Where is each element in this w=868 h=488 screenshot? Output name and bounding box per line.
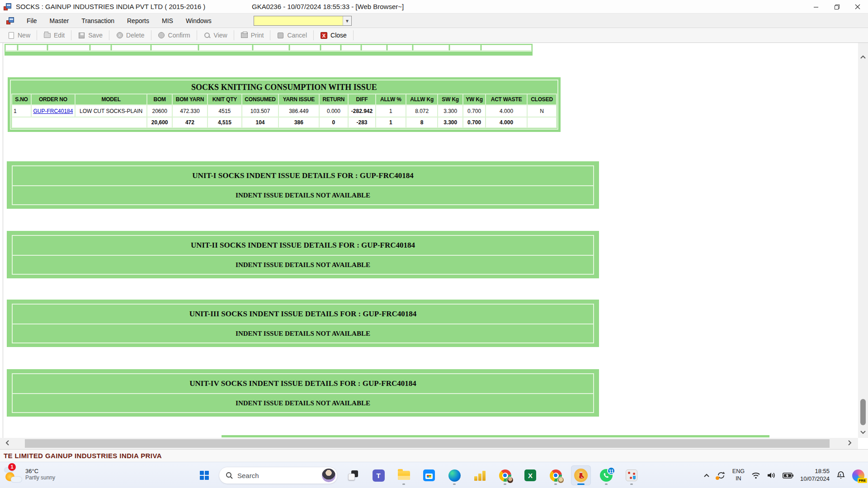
profile-avatar	[507, 477, 514, 483]
start-button[interactable]	[195, 465, 213, 485]
toolbar-separator	[353, 30, 354, 40]
volume-icon[interactable]	[767, 472, 776, 479]
language-indicator[interactable]: ENG IN	[732, 468, 745, 482]
close-form-button[interactable]: XClose	[316, 30, 351, 41]
wifi-icon[interactable]	[751, 472, 760, 479]
menu-reports[interactable]: Reports	[121, 14, 156, 28]
confirm-button[interactable]: Confirm	[153, 30, 195, 41]
menu-file[interactable]: File	[20, 14, 43, 28]
unit2-message-row: INDENT ISSUE DETAILS NOT AVAILABLE	[12, 255, 594, 275]
stub-cell	[48, 45, 90, 51]
sync-status-icon[interactable]	[717, 471, 726, 479]
taskbar-search[interactable]: Search	[219, 467, 338, 484]
chrome-profile2-button[interactable]	[546, 465, 566, 485]
tray-time: 18:55	[800, 468, 830, 475]
edit-folder-icon	[43, 32, 51, 39]
microsoft-store-icon	[423, 469, 435, 481]
cancel-button[interactable]: Cancel	[272, 30, 311, 41]
col-order-no: ORDER NO	[32, 94, 75, 104]
excel-button[interactable]: X	[520, 465, 540, 485]
whatsapp-icon: 11	[600, 469, 613, 482]
print-button[interactable]: Print	[236, 30, 269, 41]
notification-badge: 1	[8, 463, 16, 471]
scroll-down-icon[interactable]	[858, 428, 868, 436]
total-bom-yarn: 472	[173, 117, 207, 127]
stub-cell	[5, 45, 17, 51]
search-icon	[226, 472, 233, 479]
edit-label: Edit	[54, 32, 65, 39]
status-ticker: TE LIMITED GAINUP INDUSTRIES INDIA PRIVA	[4, 452, 162, 460]
vertical-scrollbar[interactable]	[858, 43, 868, 438]
toolbar: New Edit Save xDelete Confirm View Print…	[0, 28, 868, 43]
unit2-title: UNIT-II SOCKS INDENT ISSUE DETAILS FOR :…	[191, 241, 415, 250]
menu-master[interactable]: Master	[43, 14, 75, 28]
scroll-right-icon[interactable]	[848, 440, 852, 448]
menu-items: File Master Transaction Reports MIS Wind…	[20, 14, 218, 28]
window-title: SOCKS : GAINUP INDUSTRIES INDIA PVT LTD …	[16, 3, 205, 10]
restore-button[interactable]	[826, 0, 847, 14]
unit3-title: UNIT-III SOCKS INDENT ISSUE DETAILS FOR …	[189, 310, 417, 319]
stub-cell	[362, 45, 387, 51]
file-explorer-button[interactable]	[394, 465, 414, 485]
unit1-banner: UNIT-I SOCKS INDENT ISSUE DETAILS FOR : …	[7, 161, 599, 209]
tray-chevron-up-icon[interactable]	[703, 474, 710, 478]
horizontal-scroll-thumb[interactable]	[25, 439, 830, 448]
save-button[interactable]: Save	[73, 30, 107, 41]
scroll-left-icon[interactable]	[5, 440, 9, 448]
window-selector-combobox[interactable]: ▼	[254, 16, 352, 26]
microsoft-store-button[interactable]	[419, 465, 439, 485]
notification-bell-icon[interactable]: z	[836, 471, 845, 480]
power-bi-button[interactable]	[470, 465, 490, 485]
total-return: 0	[320, 117, 348, 127]
col-model: MODEL	[75, 94, 147, 104]
chrome-profile1-button[interactable]	[495, 465, 515, 485]
close-button[interactable]	[847, 0, 868, 14]
vertical-scroll-thumb[interactable]	[860, 399, 866, 425]
view-button[interactable]: View	[199, 30, 232, 41]
new-button[interactable]: New	[3, 30, 35, 41]
clock-widget[interactable]: 18:55 10/07/2024	[800, 468, 830, 483]
order-no-link[interactable]: GUP-FRC40184	[33, 108, 73, 114]
search-daily-image	[322, 469, 335, 482]
stub-cell	[341, 45, 361, 51]
delete-icon: x	[116, 32, 123, 39]
menu-transaction[interactable]: Transaction	[75, 14, 121, 28]
weather-widget[interactable]: 1 36°C Partly sunny	[5, 465, 55, 483]
search-label: Search	[237, 472, 322, 479]
consumption-table-title: SOCKS KNITTING CONSUMPTION WITH ISSUE	[11, 81, 557, 94]
toolbar-separator	[313, 30, 314, 40]
unit1-title-row: UNIT-I SOCKS INDENT ISSUE DETAILS FOR : …	[12, 165, 594, 185]
total-bom: 20,600	[147, 117, 172, 127]
unit4-banner: UNIT-IV SOCKS INDENT ISSUE DETAILS FOR :…	[7, 369, 599, 417]
stub-cell	[253, 45, 289, 51]
delete-button[interactable]: xDelete	[111, 30, 149, 41]
weather-icon: 1	[5, 465, 22, 483]
teams-icon: T	[373, 469, 385, 482]
save-floppy-icon	[78, 32, 85, 39]
horizontal-scrollbar[interactable]	[0, 438, 858, 449]
minimize-button[interactable]	[806, 0, 826, 14]
col-allw-kg: ALLW Kg	[406, 94, 437, 104]
stub-cell	[290, 45, 320, 51]
toolbar-separator	[197, 30, 197, 40]
view-magnifier-icon	[203, 32, 211, 39]
task-view-button[interactable]	[343, 465, 363, 485]
whatsapp-button[interactable]: 11	[596, 465, 616, 485]
copilot-icon[interactable]: PRE	[852, 469, 864, 482]
col-act-waste: ACT WASTE	[486, 94, 527, 104]
misc-app-button[interactable]	[622, 465, 642, 485]
cell-closed: N	[528, 105, 556, 117]
edge-browser-button[interactable]	[444, 465, 464, 485]
menu-mis[interactable]: MIS	[156, 14, 179, 28]
chevron-down-icon[interactable]: ▼	[343, 16, 351, 25]
edit-button[interactable]: Edit	[39, 30, 69, 41]
stub-cell	[90, 45, 111, 51]
menu-windows[interactable]: Windows	[179, 14, 218, 28]
col-yarn-issue: YARN ISSUE	[279, 94, 318, 104]
unit3-message-row: INDENT ISSUE DETAILS NOT AVAILABLE	[12, 324, 594, 343]
socks-erp-app-button[interactable]	[571, 465, 591, 485]
teams-app-button[interactable]: T	[368, 465, 388, 485]
scroll-up-icon[interactable]	[858, 53, 868, 61]
stub-cell	[112, 45, 151, 51]
battery-icon[interactable]	[783, 473, 793, 479]
